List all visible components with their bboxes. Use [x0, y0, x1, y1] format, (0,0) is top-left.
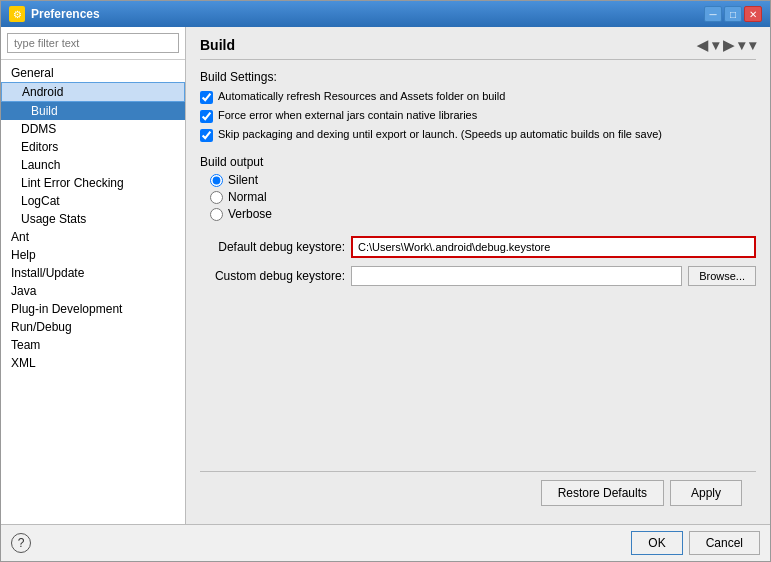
right-panel: Build ◀ ▾ ▶ ▾ ▾ Build Settings: Automati…: [186, 27, 770, 524]
nav-separator: ▾: [712, 37, 719, 53]
filter-input[interactable]: [7, 33, 179, 53]
radio-silent-row: Silent: [200, 173, 756, 187]
tree-item-ant[interactable]: Ant: [1, 228, 185, 246]
left-panel: General Android Build DDMS Editors Launc…: [1, 27, 186, 524]
nav-icons: ◀ ▾ ▶ ▾ ▾: [697, 37, 756, 53]
tree-area: General Android Build DDMS Editors Launc…: [1, 60, 185, 524]
tree-item-logcat[interactable]: LogCat: [1, 192, 185, 210]
checkbox-skip-packaging-row: Skip packaging and dexing until export o…: [200, 128, 756, 142]
tree-item-java[interactable]: Java: [1, 282, 185, 300]
tree-item-ddms[interactable]: DDMS: [1, 120, 185, 138]
preferences-dialog: ⚙ Preferences ─ □ ✕ General Android Buil…: [0, 0, 771, 562]
tree-item-install-update[interactable]: Install/Update: [1, 264, 185, 282]
tree-item-lint[interactable]: Lint Error Checking: [1, 174, 185, 192]
close-button[interactable]: ✕: [744, 6, 762, 22]
minimize-button[interactable]: ─: [704, 6, 722, 22]
window-controls: ─ □ ✕: [704, 6, 762, 22]
maximize-button[interactable]: □: [724, 6, 742, 22]
apply-button[interactable]: Apply: [670, 480, 742, 506]
content-area: General Android Build DDMS Editors Launc…: [1, 27, 770, 524]
ok-button[interactable]: OK: [631, 531, 682, 555]
default-keystore-row: Default debug keystore:: [200, 236, 756, 258]
tree-item-team[interactable]: Team: [1, 336, 185, 354]
panel-title-bar: Build ◀ ▾ ▶ ▾ ▾: [200, 37, 756, 60]
filter-box: [1, 27, 185, 60]
tree-item-usage-stats[interactable]: Usage Stats: [1, 210, 185, 228]
checkbox-auto-refresh-row: Automatically refresh Resources and Asse…: [200, 90, 756, 104]
radio-normal[interactable]: [210, 191, 223, 204]
help-icon[interactable]: ?: [11, 533, 31, 553]
panel-title: Build: [200, 37, 235, 53]
menu-icon[interactable]: ▾: [749, 37, 756, 53]
footer-buttons: OK Cancel: [631, 531, 760, 555]
tree-item-run-debug[interactable]: Run/Debug: [1, 318, 185, 336]
tree-item-general[interactable]: General: [1, 64, 185, 82]
checkbox-force-error-row: Force error when external jars contain n…: [200, 109, 756, 123]
auto-refresh-checkbox[interactable]: [200, 91, 213, 104]
nav-separator2: ▾: [738, 37, 745, 53]
custom-keystore-label: Custom debug keystore:: [200, 269, 345, 283]
auto-refresh-label: Automatically refresh Resources and Asse…: [218, 90, 505, 102]
skip-packaging-label: Skip packaging and dexing until export o…: [218, 128, 662, 140]
window-icon: ⚙: [9, 6, 25, 22]
tree-item-xml[interactable]: XML: [1, 354, 185, 372]
cancel-button[interactable]: Cancel: [689, 531, 760, 555]
dialog-footer: ? OK Cancel: [1, 524, 770, 561]
force-error-label: Force error when external jars contain n…: [218, 109, 477, 121]
radio-verbose-row: Verbose: [200, 207, 756, 221]
radio-verbose[interactable]: [210, 208, 223, 221]
restore-defaults-button[interactable]: Restore Defaults: [541, 480, 664, 506]
radio-silent-label: Silent: [228, 173, 258, 187]
radio-verbose-label: Verbose: [228, 207, 272, 221]
tree-item-plugin-development[interactable]: Plug-in Development: [1, 300, 185, 318]
skip-packaging-checkbox[interactable]: [200, 129, 213, 142]
force-error-checkbox[interactable]: [200, 110, 213, 123]
default-keystore-label: Default debug keystore:: [200, 240, 345, 254]
window-title: Preferences: [31, 7, 100, 21]
bottom-action-bar: Restore Defaults Apply: [200, 471, 756, 514]
forward-icon[interactable]: ▶: [723, 37, 734, 53]
tree-item-launch[interactable]: Launch: [1, 156, 185, 174]
radio-normal-row: Normal: [200, 190, 756, 204]
radio-normal-label: Normal: [228, 190, 267, 204]
title-bar: ⚙ Preferences ─ □ ✕: [1, 1, 770, 27]
build-output-label: Build output: [200, 155, 756, 169]
browse-button[interactable]: Browse...: [688, 266, 756, 286]
custom-keystore-row: Custom debug keystore: Browse...: [200, 266, 756, 286]
back-icon[interactable]: ◀: [697, 37, 708, 53]
tree-item-build[interactable]: Build: [1, 102, 185, 120]
custom-keystore-input[interactable]: [351, 266, 682, 286]
tree-item-help[interactable]: Help: [1, 246, 185, 264]
build-settings-label: Build Settings:: [200, 70, 756, 84]
tree-item-editors[interactable]: Editors: [1, 138, 185, 156]
radio-silent[interactable]: [210, 174, 223, 187]
tree-item-android[interactable]: Android: [1, 82, 185, 102]
default-keystore-input[interactable]: [351, 236, 756, 258]
